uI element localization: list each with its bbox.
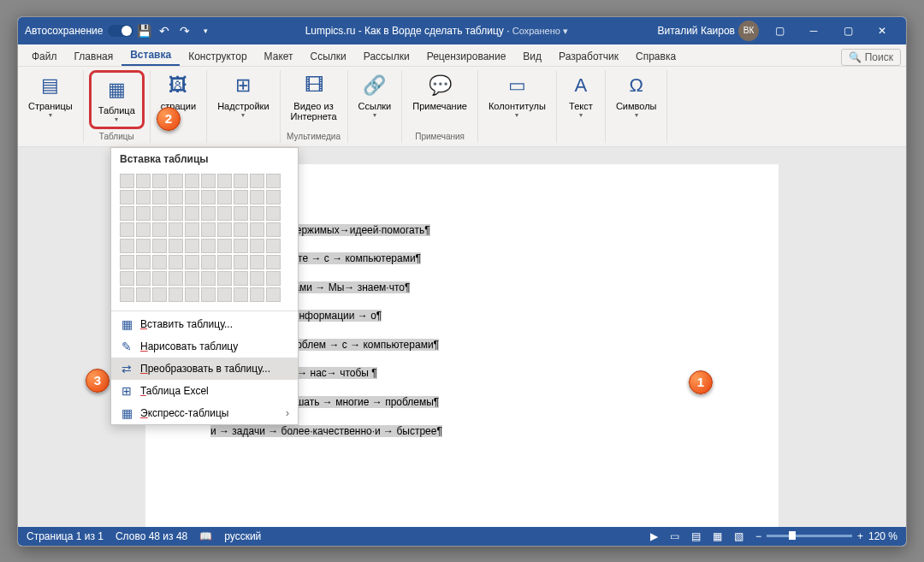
group-media: Мультимедиа (287, 132, 341, 143)
chevron-right-icon: › (286, 407, 289, 419)
textbox-icon: A (567, 72, 595, 99)
callout-1: 1 (689, 370, 713, 394)
quick-icon: ▦ (120, 406, 133, 420)
table-grid-icon: ▦ (120, 317, 133, 331)
print-view-icon[interactable]: ▦ (713, 530, 722, 542)
page-indicator[interactable]: Страница 1 из 1 (27, 530, 104, 542)
addins-button[interactable]: ⊞Надстройки▾ (212, 70, 274, 121)
link-icon: 🔗 (361, 72, 388, 99)
group-tables: Таблицы (99, 132, 134, 143)
callout-3: 3 (86, 369, 110, 393)
tab-view[interactable]: Вид (514, 47, 550, 66)
word-count[interactable]: Слово 48 из 48 (116, 530, 187, 542)
zoom-slider[interactable] (767, 535, 852, 537)
title-bar: Автосохранение 💾 ↶ ↷ ▾ Lumpics.ru - Как … (18, 17, 906, 44)
convert-icon: ⇄ (120, 362, 133, 376)
callout-2: 2 (157, 107, 181, 131)
ribbon-tabs: Файл Главная Вставка Конструктор Макет С… (18, 44, 906, 67)
web-view-icon[interactable]: ▧ (734, 530, 743, 542)
search-placeholder: Поиск (865, 51, 893, 63)
status-bar: Страница 1 из 1 Слово 48 из 48 📖 русский… (18, 527, 906, 546)
user-name: Виталий Каиров (657, 25, 735, 37)
minimize-button[interactable]: ─ (797, 17, 831, 44)
group-comments: Примечания (415, 132, 465, 143)
save-icon[interactable]: 💾 (133, 21, 154, 41)
tab-help[interactable]: Справка (627, 47, 684, 66)
toggle-switch[interactable] (108, 25, 133, 37)
pages-button[interactable]: ▤Страницы▾ (23, 70, 78, 121)
maximize-button[interactable]: ▢ (831, 17, 865, 44)
tab-references[interactable]: Ссылки (302, 47, 355, 66)
table-grid-picker[interactable] (111, 170, 298, 309)
symbols-button[interactable]: ΩСимволы▾ (611, 70, 662, 121)
zoom-value[interactable]: 120 % (868, 530, 897, 542)
macro-icon[interactable]: ▶ (650, 530, 658, 542)
video-icon: 🎞 (300, 72, 328, 99)
tab-design[interactable]: Конструктор (180, 47, 255, 66)
search-input[interactable]: 🔍 Поиск (841, 49, 901, 66)
symbol-icon: Ω (623, 72, 650, 99)
pencil-icon: ✎ (120, 340, 133, 353)
ribbon-options-icon[interactable]: ▢ (762, 17, 797, 44)
tab-mailings[interactable]: Рассылки (355, 47, 418, 66)
language-indicator[interactable]: русский (224, 530, 261, 542)
zoom-control[interactable]: − + 120 % (755, 530, 897, 542)
tab-review[interactable]: Рецензирование (418, 47, 515, 66)
page-icon: ▤ (37, 72, 64, 99)
insert-table-item[interactable]: ▦Вставить таблицу... (111, 313, 298, 335)
links-button[interactable]: 🔗Ссылки▾ (353, 70, 397, 121)
table-button[interactable]: ▦Таблица▾ (93, 74, 140, 125)
quick-tables-item[interactable]: ▦Экспресс-таблицы› (111, 402, 298, 424)
draw-table-item[interactable]: ✎Нарисовать таблицу (111, 335, 298, 358)
excel-icon: ⊞ (120, 384, 133, 398)
read-view-icon[interactable]: ▤ (691, 530, 701, 542)
redo-icon[interactable]: ↷ (175, 21, 195, 41)
window-title: Lumpics.ru - Как в Ворде сделать таблицу… (216, 25, 657, 37)
header-icon: ▭ (503, 72, 530, 99)
tab-developer[interactable]: Разработчик (550, 47, 627, 66)
autosave-label: Автосохранение (25, 25, 103, 37)
focus-view-icon[interactable]: ▭ (670, 530, 679, 542)
comment-button[interactable]: 💬Примечание (407, 70, 472, 113)
tab-layout[interactable]: Макет (256, 47, 302, 66)
video-button[interactable]: 🎞Видео из Интернета (286, 70, 342, 123)
search-icon: 🔍 (849, 51, 862, 63)
text-button[interactable]: AТекст▾ (562, 70, 600, 121)
image-icon: 🖼 (164, 72, 192, 99)
excel-table-item[interactable]: ⊞Таблица Excel (111, 380, 298, 402)
tab-file[interactable]: Файл (23, 47, 66, 66)
headers-button[interactable]: ▭Колонтитулы▾ (483, 70, 551, 121)
convert-to-table-item[interactable]: ⇄Преобразовать в таблицу... (111, 358, 298, 380)
addin-icon: ⊞ (229, 72, 257, 99)
zoom-out-icon[interactable]: − (755, 530, 761, 542)
table-icon: ▦ (103, 76, 130, 104)
qat-dropdown-icon[interactable]: ▾ (195, 21, 216, 41)
zoom-in-icon[interactable]: + (857, 530, 863, 542)
tab-home[interactable]: Главная (66, 47, 122, 66)
user-avatar[interactable]: ВК (738, 21, 759, 41)
table-dropdown: Вставка таблицы ▦Вставить таблицу... ✎На… (110, 147, 299, 425)
tab-insert[interactable]: Вставка (121, 45, 180, 66)
comment-icon: 💬 (426, 72, 453, 99)
spellcheck-icon[interactable]: 📖 (199, 530, 212, 542)
close-button[interactable]: ✕ (865, 17, 899, 44)
ribbon: ▤Страницы▾ ▦Таблица▾ Таблицы 🖼страции▾ ⊞… (18, 67, 906, 147)
undo-icon[interactable]: ↶ (154, 21, 175, 41)
autosave-toggle[interactable]: Автосохранение (25, 25, 133, 37)
dropdown-title: Вставка таблицы (111, 148, 298, 170)
